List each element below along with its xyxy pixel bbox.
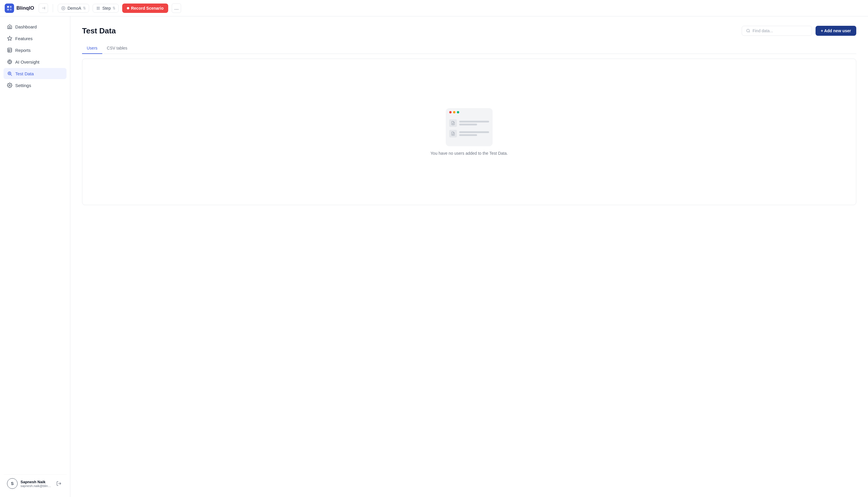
empty-illustration [446,108,493,146]
svg-point-19 [9,73,10,74]
sidebar-item-features[interactable]: Features [3,33,67,44]
demo-selector-label: DemoA [67,6,81,11]
logo-icon [5,3,14,13]
row-line-full-2 [459,131,489,133]
test-data-icon [7,71,12,76]
svg-marker-6 [8,36,12,40]
content-header: Test Data + Add new user [82,26,856,36]
sidebar-item-test-data-label: Test Data [15,71,34,76]
page-title: Test Data [82,26,116,36]
features-icon [7,36,12,41]
logout-icon [56,481,61,486]
tab-users-label: Users [87,46,98,51]
app-name: BlinqIO [16,5,34,11]
svg-point-17 [8,72,11,75]
svg-rect-0 [7,6,9,8]
main-layout: Dashboard Features Reports [0,16,868,497]
sidebar-item-reports[interactable]: Reports [3,44,67,56]
logout-button[interactable] [55,479,63,488]
search-input[interactable] [753,28,808,33]
add-user-button-label: + Add new user [821,28,851,33]
topbar: BlinqIO ⊣ DemoA ⇅ Step ⇅ Record Scenario… [0,0,868,16]
sidebar-item-ai-oversight[interactable]: AI Oversight [3,56,67,67]
record-dot-icon [127,7,129,9]
svg-line-18 [11,74,12,75]
more-icon: ... [174,5,179,11]
svg-point-4 [61,6,65,10]
demo-chevrons-icon: ⇅ [83,6,86,10]
empty-state: You have no users added to the Test Data… [82,59,856,205]
settings-icon [7,83,12,88]
record-scenario-button[interactable]: Record Scenario [122,3,168,13]
dot-yellow [453,111,455,113]
collapse-button[interactable]: ⊣ [39,3,48,13]
dot-red [449,111,452,113]
app-logo: BlinqIO [5,3,34,13]
row-line-short-2 [459,134,477,136]
sidebar-item-ai-oversight-label: AI Oversight [15,59,40,65]
sidebar-item-dashboard-label: Dashboard [15,24,37,29]
sidebar-item-test-data[interactable]: Test Data [3,68,67,79]
illustration-rows [446,117,493,140]
more-options-button[interactable]: ... [172,3,181,13]
tab-csv-tables-label: CSV tables [107,46,127,51]
user-info: Sapnesh Naik sapnesh.naik@blinq.io [20,480,52,488]
avatar: S [7,478,18,489]
svg-point-12 [9,61,11,63]
user-name: Sapnesh Naik [20,480,52,484]
add-user-button[interactable]: + Add new user [815,26,856,36]
tab-csv-tables[interactable]: CSV tables [102,43,132,54]
svg-rect-2 [7,9,9,10]
illustration-row-1 [449,119,489,127]
sidebar-item-dashboard[interactable]: Dashboard [3,21,67,32]
sidebar-user-section: S Sapnesh Naik sapnesh.naik@blinq.io [3,474,67,492]
sidebar-item-features-label: Features [15,36,32,41]
content-area: Test Data + Add new user Users CS [70,16,868,497]
svg-line-23 [749,32,750,32]
svg-rect-3 [10,9,12,10]
row-icon-1 [449,119,457,127]
step-chevrons-icon: ⇅ [113,6,115,10]
svg-point-22 [746,29,749,32]
header-actions: + Add new user [742,26,856,36]
svg-point-20 [9,85,11,86]
row-icon-2 [449,130,457,138]
sidebar-item-settings[interactable]: Settings [3,80,67,91]
dot-green [457,111,459,113]
avatar-initial: S [11,481,13,486]
sidebar: Dashboard Features Reports [0,16,70,497]
row-line-short-1 [459,124,477,125]
dashboard-icon [7,24,12,29]
demo-selector[interactable]: DemoA ⇅ [58,4,89,13]
search-box [742,26,812,36]
illustration-row-2 [449,130,489,138]
step-selector[interactable]: Step ⇅ [93,4,119,13]
row-lines-1 [459,121,489,125]
row-line-full-1 [459,121,489,123]
sidebar-item-settings-label: Settings [15,83,31,88]
svg-point-5 [63,8,64,9]
record-scenario-label: Record Scenario [131,6,163,11]
sidebar-item-reports-label: Reports [15,48,31,53]
row-lines-2 [459,131,489,136]
tab-users[interactable]: Users [82,43,102,54]
illustration-dots [449,111,459,113]
empty-state-message: You have no users added to the Test Data… [430,151,508,156]
tabs: Users CSV tables [82,43,856,54]
step-selector-label: Step [102,6,111,11]
ai-oversight-icon [7,59,12,65]
svg-rect-7 [8,48,12,52]
user-email: sapnesh.naik@blinq.io [20,484,52,488]
reports-icon [7,47,12,53]
search-icon [746,28,750,33]
svg-rect-1 [10,6,12,8]
